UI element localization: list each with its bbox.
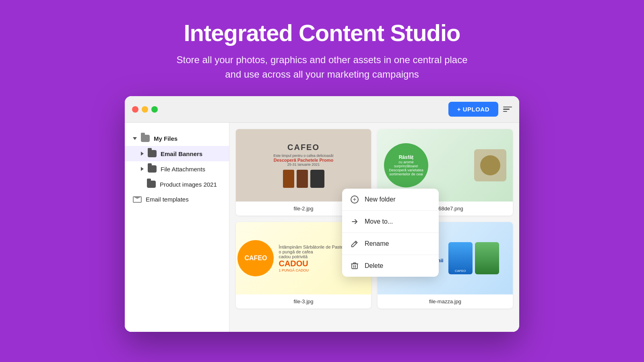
- sidebar: My Files Email Banners File Attachments …: [125, 123, 229, 332]
- folder-icon: [141, 135, 150, 142]
- context-menu-label: Delete: [365, 262, 383, 269]
- sidebar-item-email-templates[interactable]: Email templates: [125, 192, 229, 207]
- context-menu-label: Rename: [365, 240, 389, 247]
- context-menu-new-folder[interactable]: + New folder: [342, 189, 439, 211]
- folder-icon: [148, 150, 157, 157]
- chevron-right-icon: [141, 167, 144, 171]
- titlebar-actions: + UPLOAD: [448, 102, 512, 117]
- hero-section: Integrated Content Studio Store all your…: [176, 0, 467, 96]
- sort-icon[interactable]: [503, 107, 512, 112]
- trash-icon: [350, 261, 359, 270]
- context-menu-delete[interactable]: Delete: [342, 255, 439, 277]
- hero-subtitle: Store all your photos, graphics and othe…: [176, 53, 467, 82]
- sidebar-item-label: Email templates: [146, 196, 189, 203]
- email-icon: [133, 196, 142, 203]
- sidebar-item-file-attachments[interactable]: File Attachments: [125, 161, 229, 177]
- chevron-down-icon: [133, 137, 137, 140]
- traffic-lights: [132, 106, 158, 113]
- close-button[interactable]: [132, 106, 138, 113]
- upload-button[interactable]: + UPLOAD: [448, 102, 498, 117]
- minimize-button[interactable]: [142, 106, 148, 113]
- context-menu-label: Move to...: [365, 218, 393, 225]
- context-menu-label: New folder: [365, 196, 395, 203]
- sidebar-item-product-images[interactable]: Product images 2021: [125, 177, 229, 192]
- main-content: My Files Email Banners File Attachments …: [125, 123, 519, 332]
- context-menu: + New folder Move to... Rename: [342, 189, 439, 277]
- context-menu-rename[interactable]: Rename: [342, 233, 439, 255]
- sidebar-item-label: My Files: [154, 135, 178, 142]
- app-window: + UPLOAD My Files Email Banners: [125, 96, 519, 332]
- sidebar-item-my-files[interactable]: My Files: [125, 131, 229, 146]
- hero-title: Integrated Content Studio: [176, 19, 467, 46]
- folder-icon: [147, 181, 156, 188]
- sidebar-item-label: Email Banners: [161, 150, 202, 157]
- filename-4: file-mazza.jpg: [378, 294, 513, 309]
- sidebar-item-email-banners[interactable]: Email Banners: [125, 146, 229, 161]
- pencil-icon: [350, 239, 359, 248]
- arrow-right-icon: [350, 217, 359, 226]
- filename-3: file-3.jpg: [236, 294, 371, 309]
- plus-circle-icon: +: [350, 195, 359, 204]
- svg-rect-0: [352, 264, 357, 269]
- chevron-right-icon: [141, 152, 144, 156]
- folder-icon: [148, 165, 157, 173]
- titlebar: + UPLOAD: [125, 96, 519, 123]
- sidebar-item-label: Product images 2021: [160, 181, 217, 188]
- context-menu-move-to[interactable]: Move to...: [342, 211, 439, 233]
- maximize-button[interactable]: [151, 106, 158, 113]
- sidebar-item-label: File Attachments: [161, 166, 205, 173]
